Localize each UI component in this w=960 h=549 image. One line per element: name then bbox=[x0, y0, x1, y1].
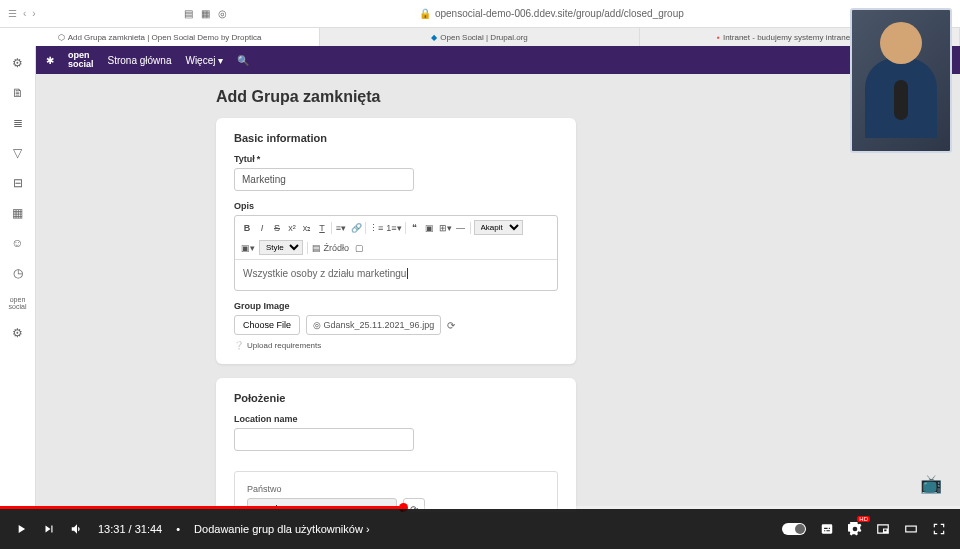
location-name-label: Location name bbox=[234, 414, 558, 424]
miniplayer-icon[interactable] bbox=[876, 522, 890, 536]
group-image-label: Group Image bbox=[234, 301, 558, 311]
upload-requirements[interactable]: ❔Upload requirements bbox=[234, 341, 558, 350]
table-icon[interactable]: ⊞▾ bbox=[439, 223, 452, 233]
search-icon[interactable]: 🔍 bbox=[237, 55, 249, 66]
location-name-input[interactable] bbox=[234, 428, 414, 451]
refresh-icon[interactable]: ⟳ bbox=[447, 320, 455, 331]
file-icon[interactable]: 🗎 bbox=[11, 86, 25, 100]
nav-more[interactable]: Więcej ▾ bbox=[185, 55, 223, 66]
clock-icon[interactable]: ◷ bbox=[11, 266, 25, 280]
align-icon[interactable]: ≡▾ bbox=[335, 223, 347, 233]
bold-icon[interactable]: B bbox=[241, 223, 253, 233]
gear-icon[interactable]: ⚙ bbox=[11, 56, 25, 70]
location-card: Położenie Location name Państwo - Brak -… bbox=[216, 378, 576, 509]
svg-rect-0 bbox=[906, 526, 917, 532]
media-icon[interactable]: ▣▾ bbox=[241, 243, 255, 253]
superscript-icon[interactable]: x² bbox=[286, 223, 298, 233]
title-label: Tytuł bbox=[234, 154, 558, 164]
lock-icon: 🔒 bbox=[419, 8, 431, 19]
funnel-icon[interactable]: ▽ bbox=[11, 146, 25, 160]
file-name-display: ◎ Gdansk_25.11.2021_96.jpg bbox=[306, 315, 441, 335]
opensocial-text-icon[interactable]: opensocial bbox=[9, 296, 27, 310]
title-input[interactable] bbox=[234, 168, 414, 191]
tv-icon[interactable]: 📺 bbox=[920, 473, 944, 497]
basic-info-card: Basic information Tytuł Opis B I S x² x₂… bbox=[216, 118, 576, 364]
app-header: ✱ opensocial Strona główna Więcej ▾ 🔍 + bbox=[36, 46, 960, 74]
webcam-overlay bbox=[850, 8, 952, 153]
browser-tab-1[interactable]: ◆Open Social | Drupal.org bbox=[320, 28, 640, 46]
layers-icon[interactable]: ≣ bbox=[11, 116, 25, 130]
embed-icon[interactable]: ▢ bbox=[353, 243, 365, 253]
ide-rail: ⚙ 🗎 ≣ ▽ ⊟ ▦ ☺ ◷ opensocial ⚙ bbox=[0, 46, 36, 509]
forward-icon[interactable]: › bbox=[32, 8, 35, 19]
nav-home[interactable]: Strona główna bbox=[108, 55, 172, 66]
page-title: Add Grupa zamknięta bbox=[216, 88, 960, 106]
paragraph-select[interactable]: Akapit bbox=[474, 220, 523, 235]
browser-tabs: ⬡Add Grupa zamknieta | Open Social Demo … bbox=[0, 28, 960, 46]
number-list-icon[interactable]: 1≡▾ bbox=[386, 223, 401, 233]
bullet-list-icon[interactable]: ⋮≡ bbox=[369, 223, 383, 233]
user-icon[interactable]: ☺ bbox=[11, 236, 25, 250]
desc-label: Opis bbox=[234, 201, 558, 211]
reader-icon[interactable]: ▤ bbox=[184, 8, 193, 19]
chapter-title[interactable]: Dodawanie grup dla użytkowników › bbox=[194, 523, 370, 535]
choose-file-button[interactable]: Choose File bbox=[234, 315, 300, 335]
italic-icon[interactable]: I bbox=[256, 223, 268, 233]
next-icon[interactable] bbox=[42, 522, 56, 536]
subscript-icon[interactable]: x₂ bbox=[301, 223, 313, 233]
theater-icon[interactable] bbox=[904, 522, 918, 536]
app-logo: opensocial bbox=[68, 51, 94, 69]
location-heading: Położenie bbox=[234, 392, 558, 404]
strike-icon[interactable]: S bbox=[271, 223, 283, 233]
desc-editor: B I S x² x₂ T ≡▾ 🔗 ⋮≡ 1≡▾ ❝ bbox=[234, 215, 558, 291]
desc-textarea[interactable]: Wszystkie osoby z działu marketingu bbox=[235, 260, 557, 290]
state-label: Państwo bbox=[247, 484, 545, 494]
autoplay-toggle[interactable] bbox=[782, 523, 806, 535]
shield-icon[interactable]: ◎ bbox=[218, 8, 227, 19]
sidebar-toggle-icon[interactable]: ☰ bbox=[8, 8, 17, 19]
settings-icon[interactable]: ⚙ bbox=[11, 326, 25, 340]
volume-icon[interactable] bbox=[70, 522, 84, 536]
url-text: opensocial-demo-006.ddev.site/group/add/… bbox=[435, 8, 684, 19]
hr-icon[interactable]: — bbox=[455, 223, 467, 233]
settings-icon[interactable]: HD bbox=[848, 522, 862, 536]
link-icon[interactable]: 🔗 bbox=[350, 223, 362, 233]
apps-icon[interactable]: ▦ bbox=[201, 8, 210, 19]
browser-chrome: ☰ ‹ › ▤ ▦ ◎ 🔒 opensocial-demo-006.ddev.s… bbox=[0, 0, 960, 28]
browser-tab-0[interactable]: ⬡Add Grupa zamknieta | Open Social Demo … bbox=[0, 28, 320, 46]
database-icon[interactable]: ⊟ bbox=[11, 176, 25, 190]
back-icon[interactable]: ‹ bbox=[23, 8, 26, 19]
time-display: 13:31 / 31:44 bbox=[98, 523, 162, 535]
style-select[interactable]: Style bbox=[259, 240, 303, 255]
play-icon[interactable] bbox=[14, 522, 28, 536]
image-icon[interactable]: ▣ bbox=[424, 223, 436, 233]
source-button[interactable]: ▤ Źródło bbox=[312, 243, 349, 253]
app-logo-icon: ✱ bbox=[46, 55, 54, 66]
captions-icon[interactable] bbox=[820, 522, 834, 536]
fullscreen-icon[interactable] bbox=[932, 522, 946, 536]
quote-icon[interactable]: ❝ bbox=[409, 223, 421, 233]
chapter-sep: • bbox=[176, 523, 180, 535]
grid-icon[interactable]: ▦ bbox=[11, 206, 25, 220]
video-controls: 13:31 / 31:44 • Dodawanie grup dla użytk… bbox=[0, 509, 960, 549]
clear-format-icon[interactable]: T bbox=[316, 223, 328, 233]
basic-info-heading: Basic information bbox=[234, 132, 558, 144]
